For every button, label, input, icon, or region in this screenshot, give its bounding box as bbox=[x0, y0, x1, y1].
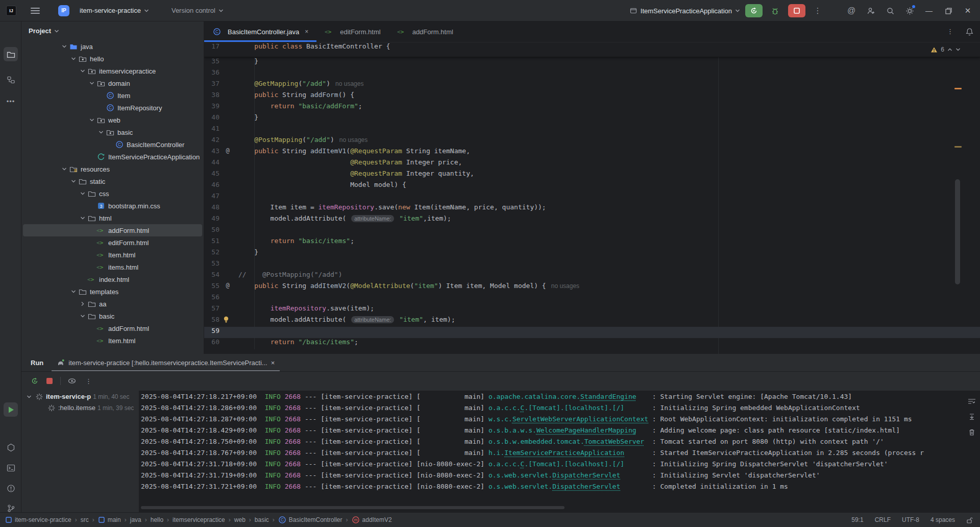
sticky-lines-header[interactable]: 17 public class BasicItemController { pu… bbox=[204, 42, 980, 57]
chevron-right-icon[interactable] bbox=[78, 301, 87, 306]
logger-link[interactable]: DispatcherServlet bbox=[552, 471, 620, 479]
code-line-44[interactable]: 44 @RequestParam Integer price, bbox=[204, 158, 980, 170]
tree-item-bootstrap.min.css[interactable]: 3bootstrap.min.css bbox=[23, 200, 202, 212]
run-toolwindow-title[interactable]: Run bbox=[21, 359, 52, 367]
tree-item-html[interactable]: html bbox=[23, 212, 202, 224]
code-area[interactable]: 35 }3637 @GetMapping("/add")no usages38 … bbox=[204, 57, 980, 349]
tree-item-aa[interactable]: aa bbox=[23, 298, 202, 310]
code-line-36[interactable]: 36 bbox=[204, 68, 980, 80]
code-line-55[interactable]: 55@ public String addItemV2(@ModelAttrib… bbox=[204, 282, 980, 293]
more-toolwindows-icon[interactable]: ••• bbox=[4, 94, 18, 108]
chevron-down-icon[interactable] bbox=[69, 57, 78, 61]
more-actions-icon[interactable]: ⋮ bbox=[811, 4, 825, 18]
code-line-17[interactable]: 17 public class BasicItemController { bbox=[204, 42, 980, 54]
line-separator[interactable]: CRLF bbox=[875, 516, 891, 523]
annotation-gutter-icon[interactable]: @ bbox=[223, 282, 233, 289]
tree-item-addForm.html[interactable]: <>addForm.html bbox=[23, 224, 202, 236]
breadcrumb-item-item-service-practice[interactable]: item-service-practice bbox=[5, 516, 71, 523]
breadcrumb-item-web[interactable]: web bbox=[234, 516, 246, 523]
tree-item-static[interactable]: static bbox=[23, 175, 202, 187]
code-line-43[interactable]: 43@ public String addItemV1(@RequestPara… bbox=[204, 147, 980, 158]
breadcrumb-item-main[interactable]: main bbox=[98, 516, 121, 523]
tree-item-basic[interactable]: basic bbox=[23, 310, 202, 322]
breadcrumb-item-BasicItemController[interactable]: CBasicItemController bbox=[278, 516, 342, 524]
chevron-down-icon[interactable] bbox=[78, 69, 87, 73]
chevron-down-icon[interactable] bbox=[87, 118, 96, 122]
tree-item-itemservicepractice[interactable]: itemservicepractice bbox=[23, 65, 202, 77]
caret-position[interactable]: 59:1 bbox=[851, 516, 863, 523]
file-encoding[interactable]: UTF-8 bbox=[902, 516, 919, 523]
run-tab[interactable]: item-service-practice [:hello.itemservic… bbox=[52, 354, 280, 371]
logger-link[interactable]: WelcomePageHandlerMapping bbox=[536, 426, 636, 434]
code-line-37[interactable]: 37 @GetMapping("/add")no usages bbox=[204, 80, 980, 91]
rerun-icon[interactable] bbox=[31, 377, 39, 385]
scroll-to-end-icon[interactable] bbox=[968, 413, 975, 420]
inspections-widget[interactable]: 6 bbox=[930, 46, 961, 53]
code-line-49[interactable]: 49 model.addAttribute( attributeName: "i… bbox=[204, 214, 980, 226]
chevron-down-icon[interactable] bbox=[69, 179, 78, 183]
project-panel-header[interactable]: Project bbox=[21, 21, 204, 40]
code-line-41[interactable]: 41 bbox=[204, 125, 980, 136]
minimize-button[interactable]: — bbox=[922, 4, 936, 18]
services-toolwindow-icon[interactable] bbox=[4, 440, 18, 454]
logger-link[interactable]: ItemServicePracticeApplication bbox=[504, 449, 624, 457]
tree-item-Item.html[interactable]: <>Item.html bbox=[23, 334, 202, 347]
editor-options-icon[interactable]: ⋮ bbox=[947, 28, 953, 35]
chevron-down-icon[interactable] bbox=[78, 191, 87, 196]
chevron-down-icon[interactable] bbox=[96, 130, 106, 134]
clear-console-icon[interactable] bbox=[968, 428, 975, 436]
chevron-down-icon[interactable] bbox=[27, 395, 32, 399]
run-tree-item[interactable]: item-service-p1 min, 40 sec bbox=[21, 391, 139, 402]
tree-item-ItemRepository[interactable]: CItemRepository bbox=[23, 102, 202, 114]
code-line-48[interactable]: 48 Item item = itemRepository.save(new I… bbox=[204, 203, 980, 214]
code-line-40[interactable]: 40 } bbox=[204, 113, 980, 125]
search-icon[interactable] bbox=[883, 4, 897, 18]
run-tree-item[interactable]: :hello.itemse1 min, 39 sec bbox=[21, 402, 139, 413]
run-console[interactable]: 2025-08-04T14:27:18.217+09:00 INFO 2668 … bbox=[139, 391, 980, 512]
code-line-56[interactable]: 56 bbox=[204, 293, 980, 304]
tree-item-hello[interactable]: hello bbox=[23, 53, 202, 65]
chevron-down-icon[interactable] bbox=[69, 290, 78, 294]
restore-button[interactable] bbox=[941, 4, 955, 18]
code-line-35[interactable]: 35 } bbox=[204, 57, 980, 68]
notifications-bell-icon[interactable] bbox=[965, 28, 974, 36]
problems-toolwindow-icon[interactable] bbox=[4, 481, 18, 495]
settings-gear-icon[interactable] bbox=[902, 4, 917, 18]
chevron-down-icon[interactable] bbox=[78, 314, 87, 318]
chevron-down-icon[interactable] bbox=[60, 167, 69, 171]
chevron-down-icon[interactable] bbox=[87, 81, 96, 85]
vcs-widget[interactable]: Version control bbox=[168, 5, 227, 16]
rerun-button[interactable] bbox=[745, 4, 763, 17]
code-line-52[interactable]: 52 } bbox=[204, 248, 980, 259]
breadcrumb-item-java[interactable]: java bbox=[130, 516, 141, 523]
tree-item-css[interactable]: css bbox=[23, 187, 202, 200]
intention-bulb-icon[interactable] bbox=[223, 316, 233, 323]
close-button[interactable]: ✕ bbox=[961, 4, 975, 18]
project-widget[interactable]: item-service-practice bbox=[77, 5, 152, 16]
usage-hint[interactable]: no usages bbox=[330, 80, 363, 87]
soft-wrap-icon[interactable] bbox=[968, 398, 976, 405]
tab-BasicItemController.java[interactable]: CBasicItemController.java× bbox=[204, 21, 316, 42]
tree-item-domain[interactable]: domain bbox=[23, 77, 202, 89]
code-line-51[interactable]: 51 return "basic/items"; bbox=[204, 237, 980, 248]
tab-editForm.html[interactable]: <>editForm.html bbox=[316, 21, 388, 42]
logger-link[interactable]: DispatcherServlet bbox=[552, 483, 620, 490]
code-line-47[interactable]: 47 bbox=[204, 192, 980, 203]
code-line-53[interactable]: 53 bbox=[204, 259, 980, 271]
usage-hint[interactable]: no usages bbox=[546, 282, 579, 290]
tree-item-basic[interactable]: basic bbox=[23, 126, 202, 138]
code-line-58[interactable]: 58 model.addAttribute( attributeName: "i… bbox=[204, 316, 980, 327]
run-configuration-widget[interactable]: ItemServicePracticeApplication bbox=[629, 7, 740, 15]
tree-item-resources[interactable]: resources bbox=[23, 163, 202, 175]
stop-button[interactable] bbox=[788, 4, 805, 17]
chevron-down-icon[interactable] bbox=[78, 216, 87, 220]
code-with-me-icon[interactable] bbox=[864, 4, 878, 18]
close-icon[interactable]: × bbox=[271, 359, 275, 367]
code-line-38[interactable]: 38 public String addForm() { bbox=[204, 91, 980, 102]
structure-toolwindow-icon[interactable] bbox=[4, 73, 18, 87]
close-icon[interactable]: × bbox=[305, 28, 308, 35]
run-toolwindow-icon[interactable] bbox=[4, 402, 18, 417]
stop-icon[interactable] bbox=[46, 377, 53, 385]
breadcrumb-item-itemservicepractice[interactable]: itemservicepractice bbox=[173, 516, 225, 523]
breadcrumb-item-basic[interactable]: basic bbox=[255, 516, 269, 523]
